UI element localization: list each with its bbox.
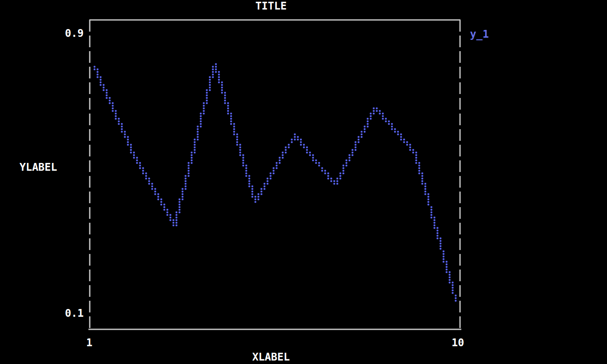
data-point <box>415 152 418 154</box>
data-point <box>449 279 451 281</box>
data-point <box>273 170 275 172</box>
data-point <box>437 227 439 229</box>
data-point <box>415 157 418 159</box>
data-point <box>300 144 302 146</box>
data-point <box>258 193 260 195</box>
data-point <box>373 110 375 112</box>
data-point <box>218 76 220 78</box>
data-point <box>188 170 190 172</box>
data-point <box>154 188 157 190</box>
data-point <box>336 183 339 185</box>
data-point <box>440 245 442 247</box>
data-point <box>318 162 320 164</box>
data-point <box>142 170 144 172</box>
data-point <box>258 196 260 198</box>
data-point <box>154 191 157 193</box>
data-point <box>270 175 272 177</box>
data-point <box>437 237 439 240</box>
data-point <box>424 193 427 195</box>
data-point <box>227 105 229 107</box>
data-point <box>185 180 187 182</box>
data-point <box>364 126 366 128</box>
data-point <box>157 193 160 195</box>
data-point <box>179 198 181 201</box>
data-point <box>200 123 202 125</box>
data-point <box>415 159 418 162</box>
data-point <box>391 126 393 128</box>
data-point <box>121 131 123 133</box>
data-point <box>194 141 196 143</box>
data-point <box>324 172 326 175</box>
data-point <box>145 172 147 175</box>
data-point <box>112 110 114 112</box>
data-point <box>400 133 402 136</box>
data-point <box>221 84 223 86</box>
data-point <box>443 261 445 263</box>
data-point <box>379 113 381 115</box>
data-point <box>409 149 411 151</box>
data-point <box>115 115 117 117</box>
data-point <box>109 100 111 102</box>
data-point <box>112 105 114 107</box>
data-point <box>291 139 293 141</box>
data-point <box>115 113 117 115</box>
data-point <box>224 94 226 97</box>
data-point <box>97 71 99 73</box>
data-point <box>273 172 275 175</box>
data-point <box>109 102 111 104</box>
data-point <box>176 217 178 219</box>
data-point <box>449 282 451 284</box>
data-point <box>218 74 220 76</box>
data-point <box>382 115 384 117</box>
data-point <box>103 84 105 86</box>
data-point <box>239 152 241 154</box>
data-point <box>418 170 421 172</box>
data-point <box>440 248 442 250</box>
data-point <box>236 136 238 138</box>
data-point <box>100 79 102 81</box>
data-point <box>221 87 223 89</box>
data-point <box>218 71 220 73</box>
data-point <box>200 115 202 117</box>
data-point <box>203 105 205 107</box>
data-point <box>130 144 132 146</box>
data-point <box>215 63 217 65</box>
data-point <box>434 222 436 224</box>
data-point <box>176 214 178 216</box>
data-point <box>418 162 421 164</box>
data-point <box>285 146 287 149</box>
data-point <box>315 162 317 164</box>
data-point <box>185 188 187 190</box>
data-point <box>418 165 421 167</box>
data-point <box>239 144 241 146</box>
data-point <box>239 149 241 151</box>
data-point <box>330 180 333 182</box>
data-point <box>415 162 418 164</box>
data-point <box>173 224 175 227</box>
data-point <box>355 144 357 146</box>
data-point <box>139 162 141 164</box>
data-point <box>358 136 360 138</box>
data-point <box>139 165 141 167</box>
data-point <box>124 133 126 136</box>
data-point <box>97 76 99 78</box>
data-point <box>434 219 436 221</box>
data-point <box>151 185 153 188</box>
data-point <box>446 266 448 268</box>
data-point <box>227 107 229 110</box>
data-point <box>440 240 442 242</box>
data-point <box>224 102 226 104</box>
data-point <box>212 76 214 78</box>
data-point <box>236 133 238 136</box>
data-point <box>227 110 229 112</box>
data-point <box>182 191 184 193</box>
data-point <box>191 162 193 164</box>
data-point <box>282 157 284 159</box>
data-point <box>300 139 302 141</box>
data-point <box>300 141 302 143</box>
data-point <box>285 149 287 151</box>
data-point <box>160 201 163 203</box>
data-point <box>321 170 323 172</box>
data-point <box>276 165 278 167</box>
data-point <box>227 102 229 104</box>
